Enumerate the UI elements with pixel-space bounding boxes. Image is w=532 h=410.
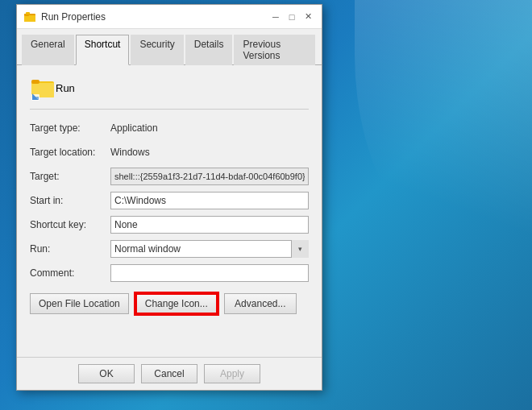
svg-rect-3 (26, 12, 30, 14)
svg-rect-6 (31, 80, 39, 84)
target-type-value: Application (110, 122, 158, 134)
target-location-value: Windows (110, 147, 150, 158)
minimize-button[interactable]: ─ (268, 10, 283, 24)
tab-security[interactable]: Security (131, 35, 183, 65)
tab-general[interactable]: General (22, 35, 74, 65)
advanced-button[interactable]: Advanced... (224, 293, 297, 314)
open-file-location-button[interactable]: Open File Location (30, 293, 129, 314)
tab-shortcut[interactable]: Shortcut (76, 35, 130, 65)
dialog-icon (23, 10, 36, 23)
tabs-container: General Shortcut Security Details Previo… (17, 29, 322, 65)
run-select[interactable]: Normal window Minimized Maximized (110, 240, 309, 258)
target-location-row: Target location: Windows (30, 143, 309, 161)
dialog-footer: OK Cancel Apply (17, 357, 322, 390)
comment-label: Comment: (30, 267, 110, 279)
target-row: Target: (30, 168, 309, 185)
svg-rect-1 (24, 15, 35, 22)
target-label: Target: (30, 171, 110, 182)
apply-button[interactable]: Apply (204, 364, 260, 383)
cancel-button[interactable]: Cancel (141, 364, 197, 383)
tab-previous-versions[interactable]: Previous Versions (234, 35, 315, 65)
run-row: Run: Normal window Minimized Maximized ▾ (30, 240, 309, 258)
close-button[interactable]: ✕ (301, 10, 315, 24)
shortcut-key-row: Shortcut key: (30, 216, 309, 234)
shortcut-key-input[interactable] (110, 216, 309, 234)
app-name: Run (56, 82, 75, 94)
maximize-button[interactable]: □ (285, 10, 299, 24)
app-icon (30, 75, 56, 101)
app-header: Run (30, 75, 309, 110)
desktop-decoration (355, 0, 532, 274)
run-label: Run: (30, 243, 110, 255)
target-location-label: Target location: (30, 147, 110, 158)
desktop: Run Properties ─ □ ✕ General Shortcut Se… (0, 0, 532, 410)
ok-button[interactable]: OK (78, 364, 135, 383)
dialog-body: Run Target type: Application Target loca… (17, 65, 322, 357)
target-input[interactable] (110, 168, 309, 185)
run-properties-dialog: Run Properties ─ □ ✕ General Shortcut Se… (16, 4, 322, 391)
title-bar: Run Properties ─ □ ✕ (17, 5, 322, 29)
start-in-label: Start in: (30, 195, 110, 206)
run-select-wrapper: Normal window Minimized Maximized ▾ (110, 240, 309, 258)
title-bar-controls: ─ □ ✕ (268, 10, 315, 24)
dialog-title: Run Properties (41, 11, 268, 23)
start-in-row: Start in: (30, 192, 309, 209)
action-buttons: Open File Location Change Icon... Advanc… (30, 293, 309, 314)
tab-details[interactable]: Details (185, 35, 233, 65)
shortcut-key-label: Shortcut key: (30, 219, 110, 230)
comment-input[interactable] (110, 264, 309, 282)
target-type-row: Target type: Application (30, 119, 309, 137)
comment-row: Comment: (30, 264, 309, 282)
start-in-input[interactable] (110, 192, 309, 209)
change-icon-button[interactable]: Change Icon... (135, 293, 218, 314)
target-type-label: Target type: (30, 122, 110, 134)
